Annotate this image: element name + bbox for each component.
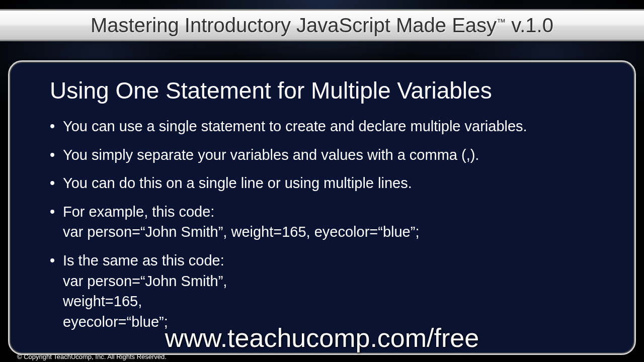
bullet-text: You simply separate your variables and v… — [63, 147, 479, 163]
bullet-item: For example, this code: var person=“John… — [50, 202, 594, 242]
title-bar: Mastering Introductory JavaScript Made E… — [0, 9, 644, 41]
bullet-text: You can do this on a single line or usin… — [63, 175, 412, 191]
promo-url-overlay: www.teachucomp.com/free — [0, 323, 644, 353]
course-title: Mastering Introductory JavaScript Made E… — [91, 14, 553, 37]
title-pre: Mastering Introductory JavaScript Made E… — [91, 14, 497, 36]
bullet-text: For example, this code: var person=“John… — [63, 204, 419, 240]
bullet-item: You can use a single statement to create… — [50, 116, 594, 137]
bullet-text: Is the same as this code: var person=“Jo… — [63, 252, 227, 330]
bullet-item: You simply separate your variables and v… — [50, 145, 594, 165]
bullet-item: Is the same as this code: var person=“Jo… — [50, 250, 594, 332]
title-suffix: v.1.0 — [506, 14, 553, 36]
trademark-symbol: ™ — [497, 17, 506, 27]
slide-heading: Using One Statement for Multiple Variabl… — [50, 77, 594, 104]
bullet-list: You can use a single statement to create… — [50, 116, 594, 332]
slide-panel: Using One Statement for Multiple Variabl… — [8, 60, 636, 355]
bullet-text: You can use a single statement to create… — [63, 118, 527, 134]
bullet-item: You can do this on a single line or usin… — [50, 173, 594, 194]
copyright-text: © Copyright TeachUcomp, Inc. All Rights … — [17, 353, 167, 360]
